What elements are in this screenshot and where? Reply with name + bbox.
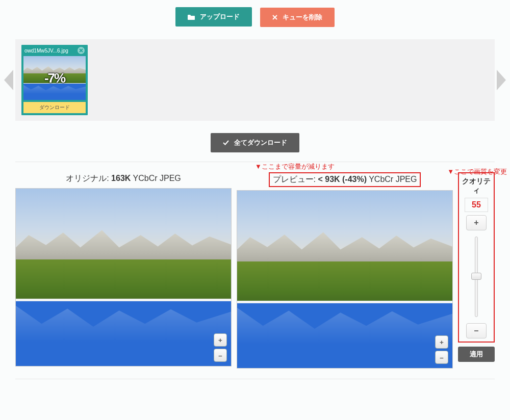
preview-zoom-out-button[interactable]: – [435,351,448,364]
download-all-button[interactable]: 全てダウンロード [211,133,299,152]
preview-panel-title: プレビュー: < 93K (-43%) YCbCr JPEG [269,172,421,187]
clear-queue-button[interactable]: キューを削除 [260,8,335,27]
quality-column: クオリティ 55 + – 適用 [458,172,495,362]
quality-decrease-button[interactable]: – [466,323,487,338]
queue-item-percent: -7% [44,70,65,86]
queue-item-name: owd1Mw5JV...6.jpg [24,48,78,54]
original-size: 163K [111,174,131,182]
annotation-preview: ▼ここまで容量が減ります [255,162,335,171]
original-panel-title: オリジナル: 163K YCbCr JPEG [63,172,184,185]
upload-button-label: アップロード [200,12,240,21]
queue-item-download-button[interactable]: ダウンロード [23,102,86,113]
quality-label: クオリティ [461,176,492,195]
upload-button[interactable]: アップロード [175,7,252,27]
quality-slider[interactable] [469,233,484,320]
queue-strip: owd1Mw5JV...6.jpg -7% ダウンロード [15,39,495,121]
quality-slider-thumb[interactable] [471,273,481,280]
close-icon [272,15,277,20]
queue-item[interactable]: owd1Mw5JV...6.jpg -7% ダウンロード [21,45,88,115]
preview-size: < 93K (-43%) [318,175,367,183]
top-button-row: アップロード キューを削除 [15,7,495,27]
original-image[interactable]: + – [15,188,232,366]
preview-image[interactable]: + – [237,190,453,369]
check-icon [223,140,229,145]
original-zoom-in-button[interactable]: + [214,333,227,347]
queue-prev-button[interactable] [4,70,13,90]
folder-icon [188,14,195,20]
apply-button[interactable]: 適用 [458,347,495,362]
queue-item-header: owd1Mw5JV...6.jpg [21,45,88,56]
clear-queue-button-label: キューを削除 [283,13,322,22]
original-zoom-out-button[interactable]: – [214,349,227,362]
queue-item-thumbnail: -7% [23,56,86,100]
preview-panel: プレビュー: < 93K (-43%) YCbCr JPEG + – [237,172,453,369]
original-zoom-controls: + – [214,333,227,362]
quality-value[interactable]: 55 [465,198,488,212]
preview-zoom-controls: + – [435,335,448,364]
download-all-label: 全てダウンロード [234,138,287,147]
queue-next-button[interactable] [497,70,506,90]
original-panel: オリジナル: 163K YCbCr JPEG + – [15,172,232,366]
preview-zoom-in-button[interactable]: + [435,335,448,349]
download-all-row: 全てダウンロード [15,133,495,162]
queue-item-remove-button[interactable] [78,47,85,54]
compare-section: ▼ここまで容量が減ります ▼ここで画質を変更 オリジナル: 163K YCbCr… [15,172,495,379]
quality-box: クオリティ 55 + – [458,172,495,343]
quality-increase-button[interactable]: + [466,215,487,230]
